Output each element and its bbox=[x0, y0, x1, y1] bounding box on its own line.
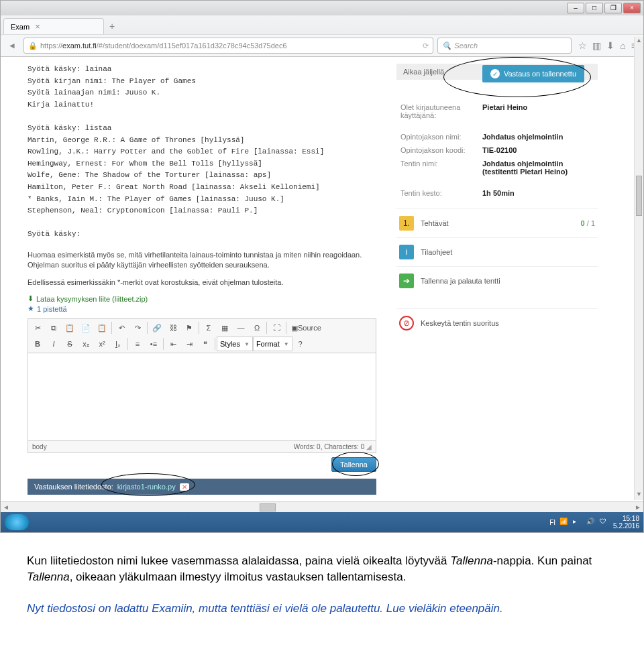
attachment-remove-icon[interactable]: ✕ bbox=[180, 483, 189, 491]
redo-button[interactable]: ↷ bbox=[129, 320, 146, 335]
flag-icon[interactable]: ▸ bbox=[573, 518, 582, 527]
info-row: Olet kirjautuneena käyttäjänä:Pietari He… bbox=[398, 101, 596, 121]
numbered-list-button[interactable]: ≡ bbox=[129, 337, 146, 351]
blockquote-button[interactable]: ❝ bbox=[197, 337, 213, 351]
hr-button[interactable]: ― bbox=[233, 320, 249, 335]
saved-toast: ✓ Vastaus on tallennettu bbox=[482, 65, 584, 82]
sidebar-item-abort[interactable]: ⊘ Keskeytä tentin suoritus bbox=[396, 308, 598, 337]
questions-icon: 1. bbox=[399, 216, 414, 231]
paste-button[interactable]: 📋 bbox=[62, 320, 78, 335]
superscript-button[interactable]: x² bbox=[94, 337, 110, 351]
attachment-filename[interactable]: kirjasto1-runko.py bbox=[117, 483, 176, 491]
vertical-scrollbar[interactable]: ▲ ▼ bbox=[634, 37, 643, 500]
styles-select[interactable]: Styles▼ bbox=[217, 337, 253, 351]
window-titlebar: – □ ❐ × bbox=[1, 1, 643, 15]
url-bar[interactable]: 🔒 https://exam.tut.fi/#/student/doexam/d… bbox=[23, 38, 433, 54]
sidebar-item-submit[interactable]: ➔ Tallenna ja palauta tentti bbox=[396, 266, 598, 295]
window-close-button[interactable]: × bbox=[623, 3, 641, 13]
volume-icon[interactable]: 🔊 bbox=[586, 518, 596, 527]
copy-button[interactable]: ⧉ bbox=[46, 320, 62, 335]
search-icon: 🔍 bbox=[442, 42, 451, 50]
table-button[interactable]: ▦ bbox=[217, 320, 233, 335]
system-tray: FI 📶 ▸ 🔊 🛡 15:18 5.2.2016 bbox=[549, 515, 639, 530]
save-row: Tallenna bbox=[28, 457, 376, 472]
scroll-thumb[interactable] bbox=[636, 176, 642, 216]
format-select[interactable]: Format▼ bbox=[253, 337, 292, 351]
search-bar[interactable]: 🔍 Search bbox=[437, 38, 572, 54]
bold-button[interactable]: B bbox=[30, 337, 46, 351]
resize-handle-icon[interactable]: ◢ bbox=[366, 443, 372, 450]
paste-text-button[interactable]: 📄 bbox=[78, 320, 94, 335]
star-icon: ★ bbox=[28, 304, 34, 313]
library-icon[interactable]: ▥ bbox=[592, 40, 601, 51]
subscript-button[interactable]: x₂ bbox=[78, 337, 94, 351]
time-left-label: Aikaa jäljellä bbox=[403, 68, 444, 76]
back-button[interactable]: ◄ bbox=[5, 38, 19, 53]
sidebar-item-instructions[interactable]: i Tilaohjeet bbox=[396, 237, 598, 266]
outdent-button[interactable]: ⇤ bbox=[165, 337, 181, 351]
scroll-right-icon[interactable]: ► bbox=[633, 503, 643, 511]
sidebar-item-questions[interactable]: 1. Tehtävät 0 / 1 bbox=[396, 208, 598, 237]
italic-button[interactable]: I bbox=[46, 337, 62, 351]
scroll-up-icon[interactable]: ▲ bbox=[635, 37, 643, 46]
strike-button[interactable]: S bbox=[62, 337, 78, 351]
points-row: ★ 1 pistettä bbox=[28, 304, 376, 313]
indent-button[interactable]: ⇥ bbox=[181, 337, 197, 351]
download-attachment-link[interactable]: ⬇ Lataa kysymyksen liite (liitteet.zip) bbox=[28, 294, 376, 303]
anchor-button[interactable]: ⚑ bbox=[181, 320, 197, 335]
shield-icon[interactable]: 🛡 bbox=[600, 518, 609, 527]
arrow-right-icon: ➔ bbox=[399, 274, 414, 288]
tray-icon[interactable]: 📶 bbox=[559, 518, 569, 527]
home-icon[interactable]: ⌂ bbox=[620, 40, 625, 51]
info-row: Opintojakson koodi:TIE-02100 bbox=[398, 144, 596, 156]
hscroll-thumb[interactable] bbox=[260, 503, 276, 511]
points-label: 1 pistettä bbox=[37, 305, 67, 313]
questions-label: Tehtävät bbox=[421, 219, 449, 227]
paste-word-button[interactable]: 📋 bbox=[94, 320, 110, 335]
main-column: Syötä käsky: lainaa Syötä kirjan nimi: T… bbox=[28, 64, 376, 495]
tab-close-icon[interactable]: × bbox=[35, 21, 40, 32]
clock-time: 15:18 bbox=[613, 515, 639, 522]
download-icon: ⬇ bbox=[28, 294, 34, 303]
exam-info-table: Olet kirjautuneena käyttäjänä:Pietari He… bbox=[396, 100, 598, 200]
doc-paragraph-2: Nyt tiedostosi on ladattu Examiin, mutta… bbox=[27, 601, 617, 617]
instructions-label: Tilaohjeet bbox=[421, 248, 452, 256]
remove-format-button[interactable]: Iₓ bbox=[110, 337, 126, 351]
source-button[interactable]: ▣ Source bbox=[288, 320, 325, 335]
instruction-paragraph-1: Huomaa esimerkistä myös se, mitä virheti… bbox=[28, 250, 376, 271]
window-maximize-button[interactable]: □ bbox=[586, 3, 603, 13]
scroll-left-icon[interactable]: ◄ bbox=[1, 503, 11, 511]
doc-paragraph-1: Kun liitetiedoston nimi lukee vasemmassa… bbox=[27, 553, 617, 585]
new-tab-button[interactable]: + bbox=[104, 19, 120, 33]
info-row: Opintojakson nimi:Johdatus ohjelmointiin bbox=[398, 131, 596, 143]
editor-statusbar: body Words: 0, Characters: 0 ◢ bbox=[28, 440, 376, 452]
lang-indicator[interactable]: FI bbox=[549, 519, 555, 526]
link-button[interactable]: 🔗 bbox=[149, 320, 165, 335]
browser-tab[interactable]: Exam × bbox=[3, 18, 104, 34]
cancel-icon: ⊘ bbox=[399, 316, 414, 330]
bookmark-icon[interactable]: ☆ bbox=[578, 40, 587, 51]
download-attachment-label: Lataa kysymyksen liite (liitteet.zip) bbox=[36, 295, 148, 303]
sigma-button[interactable]: Σ bbox=[201, 320, 217, 335]
horizontal-scrollbar[interactable]: ◄ ► bbox=[1, 501, 643, 512]
cut-button[interactable]: ✂ bbox=[30, 320, 46, 335]
abort-label: Keskeytä tentin suoritus bbox=[421, 319, 499, 327]
bullet-list-button[interactable]: •≡ bbox=[146, 337, 162, 351]
save-button[interactable]: Tallenna bbox=[331, 457, 376, 472]
scroll-down-icon[interactable]: ▼ bbox=[635, 491, 643, 500]
start-button[interactable] bbox=[5, 514, 29, 530]
app-content: Syötä käsky: lainaa Syötä kirjan nimi: T… bbox=[1, 57, 643, 501]
windows-taskbar: FI 📶 ▸ 🔊 🛡 15:18 5.2.2016 bbox=[1, 512, 643, 532]
undo-button[interactable]: ↶ bbox=[113, 320, 129, 335]
maximize-button[interactable]: ⛶ bbox=[268, 320, 284, 335]
reload-icon[interactable]: ⟳ bbox=[423, 42, 429, 50]
special-char-button[interactable]: Ω bbox=[249, 320, 265, 335]
help-button[interactable]: ? bbox=[292, 337, 309, 351]
tab-bar: Exam × + bbox=[1, 15, 643, 34]
editor-body[interactable] bbox=[28, 353, 376, 440]
window-minimize-button[interactable]: – bbox=[567, 3, 584, 13]
downloads-icon[interactable]: ⬇ bbox=[606, 40, 614, 51]
unlink-button[interactable]: ⛓ bbox=[165, 320, 181, 335]
clock[interactable]: 15:18 5.2.2016 bbox=[613, 515, 639, 530]
window-restore-button[interactable]: ❐ bbox=[604, 3, 622, 13]
